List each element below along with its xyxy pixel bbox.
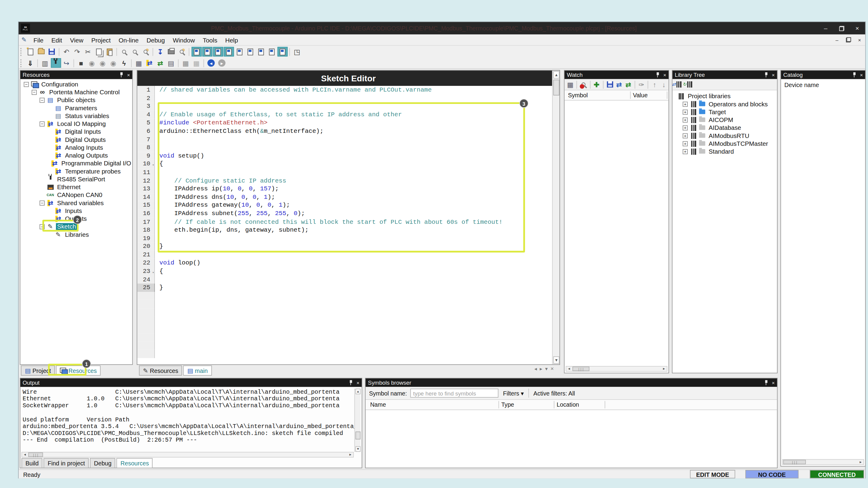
pin-icon[interactable] xyxy=(119,72,124,78)
tree-item-digital-inputs[interactable]: ⇄Digital Inputs xyxy=(21,128,132,135)
copy[interactable] xyxy=(93,47,104,57)
menu-window[interactable]: Window xyxy=(169,36,199,43)
mdi-restore-button[interactable] xyxy=(843,37,854,43)
new-project[interactable] xyxy=(25,47,35,57)
symbol-search-input[interactable]: type here to find symbols xyxy=(410,389,498,398)
download-code[interactable]: ↧ xyxy=(155,47,165,57)
clear-watch[interactable]: ✑ xyxy=(637,79,646,89)
tree-item-shared-variables[interactable]: −⇄Shared variables xyxy=(21,199,132,207)
tree-item-parameters[interactable]: ▤Parameters xyxy=(21,104,132,112)
mdi-minimize-button[interactable]: – xyxy=(831,37,843,43)
save-project[interactable] xyxy=(47,47,57,57)
tree-item-canopen-can0[interactable]: CANCANopen CAN0 xyxy=(21,191,132,199)
tree-item-aicopm[interactable]: +AICOPM xyxy=(673,116,777,124)
close-icon[interactable]: × xyxy=(860,72,863,78)
toggle-info-window[interactable] xyxy=(267,47,277,57)
undo[interactable]: ↶ xyxy=(61,47,71,57)
expander-icon[interactable]: − xyxy=(39,200,44,205)
tree-item-target[interactable]: +Target xyxy=(673,108,777,116)
close-icon[interactable]: × xyxy=(772,380,775,386)
find-next[interactable] xyxy=(130,47,140,57)
detach-window[interactable]: ◳ xyxy=(292,47,302,57)
insert-record[interactable]: ▦ xyxy=(181,58,191,68)
tree-item-digital-outputs[interactable]: ⇄Digital Outputs xyxy=(21,135,132,143)
tree-item-inputs[interactable]: ⇄Inputs xyxy=(21,207,132,215)
tab-close-icon[interactable]: × xyxy=(551,365,554,372)
toggle-oscilloscope-window[interactable] xyxy=(234,47,244,57)
tree-item-portenta-machine-control[interactable]: −∞Portenta Machine Control xyxy=(21,88,132,96)
scroll-up-icon[interactable]: ▲ xyxy=(553,71,560,78)
tree-item-operators-and-blocks[interactable]: +Operators and blocks xyxy=(673,100,777,108)
toolbar-grip[interactable] xyxy=(21,59,24,67)
import-watch[interactable]: ⇄ xyxy=(615,79,623,89)
scroll-down-icon[interactable]: ▼ xyxy=(553,356,560,364)
title-bar[interactable]: ∞ PLC PMC_Modbus_Thermocouple - Arduino … xyxy=(19,22,865,34)
tree-item-programmable-digital-i-o[interactable]: ⇄Programmable Digital I/O xyxy=(21,159,132,167)
open-project[interactable] xyxy=(36,47,46,57)
tab-scroll-right-icon[interactable]: ▸ xyxy=(540,366,542,371)
menu-debug[interactable]: Debug xyxy=(143,36,169,43)
menu-tools[interactable]: Tools xyxy=(199,36,221,43)
scroll-right-icon[interactable]: ▸ xyxy=(347,452,353,457)
io-mapping-view[interactable]: ⇄ xyxy=(144,58,155,68)
close-button[interactable]: × xyxy=(849,22,865,34)
warm-restart[interactable]: ◉ xyxy=(97,58,107,68)
pin-icon[interactable] xyxy=(348,380,353,386)
toggle-trigger-window[interactable] xyxy=(255,47,266,57)
output-tab-find-in-project[interactable]: Find in project xyxy=(44,458,89,468)
tab-list-icon[interactable]: ▾ xyxy=(545,366,548,371)
navigate-back[interactable]: ◂ xyxy=(206,58,216,68)
menu-view[interactable]: View xyxy=(66,36,87,43)
pin-icon[interactable] xyxy=(852,72,857,78)
form-view[interactable]: ▤ xyxy=(166,58,176,68)
paste[interactable] xyxy=(104,47,115,57)
append-watch[interactable]: ⇄ xyxy=(624,79,632,89)
attach-runtime[interactable]: ↪ xyxy=(61,58,71,68)
close-icon[interactable]: × xyxy=(772,72,775,78)
mdi-close-button[interactable]: × xyxy=(854,37,865,43)
tree-item-project-libraries[interactable]: Project libraries xyxy=(673,92,777,100)
expander-icon[interactable]: + xyxy=(683,117,688,122)
tree-item-aidatabase[interactable]: +AIDatabase xyxy=(673,124,777,132)
expander-icon[interactable]: + xyxy=(683,149,688,154)
plc-connection-setup[interactable]: ▥ xyxy=(40,58,50,68)
scroll-right-icon[interactable]: ▸ xyxy=(661,367,667,371)
close-icon[interactable]: × xyxy=(127,72,130,78)
menu-file[interactable]: File xyxy=(30,36,48,43)
scroll-right-icon[interactable]: ▸ xyxy=(858,460,864,464)
toolbar-grip[interactable] xyxy=(21,47,24,56)
expander-icon[interactable]: + xyxy=(683,109,688,115)
tree-item-analog-inputs[interactable]: ⇄Analog Inputs xyxy=(21,143,132,151)
export-watch[interactable] xyxy=(606,79,614,89)
tree-item-configuration[interactable]: −Configuration xyxy=(21,80,132,88)
refresh-libraries[interactable] xyxy=(685,79,695,89)
expander-icon[interactable]: − xyxy=(39,121,44,126)
tab-scroll-left-icon[interactable]: ◂ xyxy=(534,366,537,371)
editor-vertical-scrollbar[interactable]: ▲ ▼ xyxy=(552,70,559,364)
editor-tab-resources[interactable]: ✎Resources xyxy=(139,365,182,376)
menu-edit[interactable]: Edit xyxy=(47,36,66,43)
toggle-symbols-window[interactable] xyxy=(277,47,287,57)
move-down[interactable]: ↓ xyxy=(659,79,668,89)
code-line-23[interactable]: 23▾{ xyxy=(137,267,552,275)
expander-icon[interactable]: − xyxy=(32,90,37,95)
watch-horizontal-scrollbar[interactable]: ◂ ||| ▸ xyxy=(566,366,668,372)
code-line-22[interactable]: 22void loop() xyxy=(137,259,552,267)
code-line-2[interactable]: 2 xyxy=(137,94,552,102)
tree-item-local-io-mapping[interactable]: −⇄Local IO Mapping xyxy=(21,120,132,128)
editor-tab-main[interactable]: ▤main xyxy=(183,365,212,376)
scrollbar-thumb[interactable]: ||| xyxy=(572,367,589,371)
print[interactable] xyxy=(166,47,176,57)
toggle-project-window[interactable] xyxy=(191,47,202,57)
scroll-down-icon[interactable]: ▼ xyxy=(355,446,361,452)
download-plc-code[interactable]: ⇓ xyxy=(25,58,35,68)
expander-icon[interactable]: − xyxy=(39,97,44,102)
cold-restart[interactable]: ◉ xyxy=(87,58,97,68)
output-tab-debug[interactable]: Debug xyxy=(90,458,116,468)
pin-icon[interactable] xyxy=(655,72,660,78)
expander-icon[interactable]: + xyxy=(683,141,688,146)
menu-project[interactable]: Project xyxy=(87,36,115,43)
toggle-watch-window[interactable] xyxy=(224,47,234,57)
scroll-up-icon[interactable]: ▲ xyxy=(355,389,361,394)
global-watch[interactable]: ▦ xyxy=(133,58,144,68)
